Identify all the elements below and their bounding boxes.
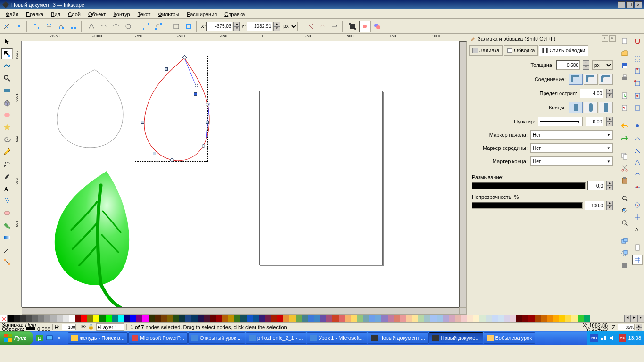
palette-swatch[interactable] <box>406 315 412 322</box>
join-bevel-button[interactable] <box>599 74 613 85</box>
zoom-drawing-icon[interactable] <box>619 206 630 216</box>
tray-clock[interactable]: 13:08 <box>628 335 641 341</box>
palette-swatch[interactable] <box>69 315 75 322</box>
cap-round-button[interactable] <box>584 102 598 113</box>
palette-swatch[interactable] <box>302 315 308 322</box>
scrollbar-vertical[interactable] <box>459 41 467 307</box>
stroke-to-path-icon[interactable] <box>183 21 194 32</box>
gradient-tool-icon[interactable] <box>1 232 13 243</box>
taskbar-item[interactable]: Microsoft PowerP... <box>128 332 188 344</box>
zoom-fit-icon[interactable] <box>619 193 630 204</box>
palette-swatch[interactable] <box>106 315 112 322</box>
palette-scroll-left[interactable]: ◄ <box>624 315 631 322</box>
menu-edit[interactable]: Правка <box>22 10 47 18</box>
palette-swatch[interactable] <box>142 315 149 322</box>
snap-page-icon[interactable] <box>632 242 643 253</box>
palette-swatch[interactable] <box>351 315 357 322</box>
snap-bbox-midpoint-icon[interactable] <box>632 90 643 101</box>
palette-swatch[interactable] <box>167 315 173 322</box>
palette-swatch[interactable] <box>112 315 118 322</box>
canvas[interactable] <box>22 41 459 307</box>
palette-swatch[interactable] <box>155 315 161 322</box>
palette-swatch[interactable] <box>93 315 99 322</box>
palette-swatch[interactable] <box>296 315 302 322</box>
unit-select[interactable]: px <box>281 22 298 31</box>
save-icon[interactable] <box>619 60 630 71</box>
palette-swatch[interactable] <box>578 315 584 322</box>
snap-text-icon[interactable]: A <box>632 224 643 235</box>
palette-swatch[interactable] <box>124 315 130 322</box>
transform-handles-icon[interactable] <box>347 21 358 32</box>
delete-node-icon[interactable] <box>13 21 25 32</box>
ruler-vertical[interactable]: 1250 1000 750 500 250 <box>14 41 22 307</box>
tab-stroke-paint[interactable]: Обводка <box>504 45 538 56</box>
shape-gray-leaf[interactable] <box>50 67 130 152</box>
node-smooth-icon[interactable] <box>98 21 109 32</box>
palette-swatch[interactable] <box>584 315 590 322</box>
snap-toggle-icon[interactable] <box>632 36 643 46</box>
palette-swatch[interactable] <box>173 315 179 322</box>
tray-network-icon[interactable] <box>600 334 607 342</box>
opacity-slider[interactable] <box>472 202 583 209</box>
palette-swatch[interactable] <box>130 315 136 322</box>
palette-swatch[interactable] <box>216 315 222 322</box>
snap-midpoint-icon[interactable] <box>632 182 643 192</box>
paste-icon[interactable] <box>619 175 630 186</box>
pencil-tool-icon[interactable] <box>1 146 13 157</box>
marker-mid-select[interactable]: Нет <box>530 143 613 153</box>
palette-swatch[interactable] <box>375 315 381 322</box>
menu-filters[interactable]: Фильтры <box>154 10 183 18</box>
menu-extensions[interactable]: Расширения <box>183 10 221 18</box>
connector-tool-icon[interactable] <box>1 256 13 268</box>
palette-swatch[interactable] <box>516 315 522 322</box>
palette-swatch[interactable] <box>44 315 50 322</box>
palette-swatch[interactable] <box>528 315 535 322</box>
palette-swatch[interactable] <box>437 315 443 322</box>
palette-swatch[interactable] <box>32 315 38 322</box>
taskbar-item[interactable]: желудь - Поиск в... <box>68 332 128 344</box>
palette-swatch[interactable] <box>63 315 69 322</box>
tray-volume-icon[interactable] <box>609 334 617 342</box>
palette-swatch[interactable] <box>381 315 388 322</box>
import-icon[interactable] <box>619 90 630 101</box>
coord-y-input[interactable] <box>247 22 272 31</box>
selector-tool-icon[interactable] <box>1 36 13 47</box>
palette-swatch[interactable] <box>259 315 265 322</box>
palette-swatch[interactable] <box>455 315 461 322</box>
break-node-icon[interactable] <box>31 21 42 32</box>
palette-swatch[interactable] <box>394 315 400 322</box>
coord-y-spinner[interactable]: ▲▼ <box>273 22 280 31</box>
menu-file[interactable]: Файл <box>2 10 22 18</box>
snap-grid-icon[interactable] <box>632 255 643 265</box>
palette-swatch[interactable] <box>565 315 571 322</box>
tweak-tool-icon[interactable] <box>1 60 13 72</box>
palette-swatch[interactable] <box>271 315 277 322</box>
palette-swatch[interactable] <box>547 315 553 322</box>
delete-segment-icon[interactable] <box>68 21 79 32</box>
snap-center-icon[interactable] <box>632 200 643 210</box>
palette-swatch[interactable] <box>247 315 253 322</box>
palette-swatch[interactable] <box>430 315 437 322</box>
taskbar-item[interactable]: prilozhenie_2_1 - ... <box>246 332 306 344</box>
palette-swatch[interactable] <box>149 315 155 322</box>
node-symmetric-icon[interactable] <box>110 21 122 32</box>
new-doc-icon[interactable] <box>619 36 630 46</box>
node-handle-selected[interactable] <box>194 92 197 96</box>
panel-detach-button[interactable]: ▫ <box>602 35 608 42</box>
join-round-button[interactable] <box>584 74 598 85</box>
palette-swatch[interactable] <box>363 315 369 322</box>
palette-swatch[interactable] <box>467 315 473 322</box>
ql-desktop-icon[interactable] <box>45 333 54 343</box>
show-clip-icon[interactable] <box>305 21 316 32</box>
taskbar-item[interactable]: Урок 1 - Microsoft... <box>307 332 367 344</box>
status-fill-value[interactable]: Нет <box>25 323 36 327</box>
join-segment-icon[interactable] <box>56 21 67 32</box>
unlink-clone-icon[interactable] <box>619 260 630 271</box>
segment-curve-icon[interactable] <box>153 21 164 32</box>
palette-swatch[interactable] <box>320 315 326 322</box>
duplicate-icon[interactable] <box>619 236 630 246</box>
zoom-spinner[interactable]: ▲▼ <box>636 324 642 330</box>
eraser-tool-icon[interactable] <box>1 207 13 219</box>
palette-swatch[interactable] <box>388 315 394 322</box>
text-tool-icon[interactable]: A <box>1 183 13 194</box>
